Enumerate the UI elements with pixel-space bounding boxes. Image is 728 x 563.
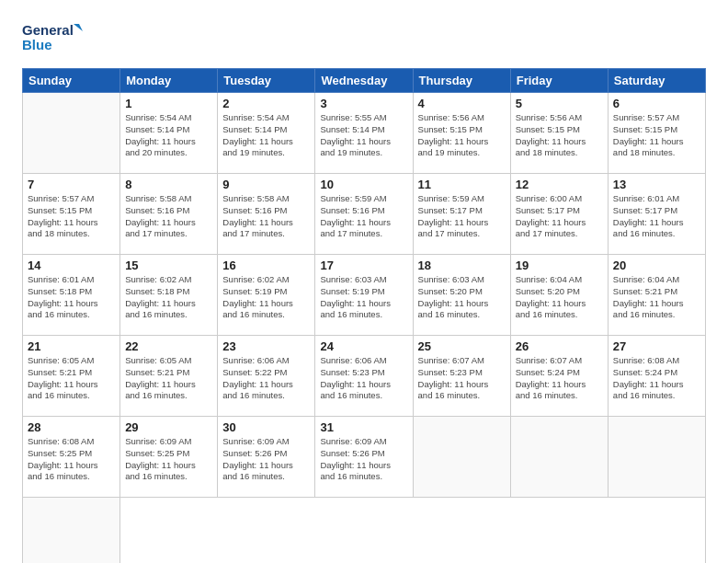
day-number: 20 bbox=[613, 259, 700, 272]
day-number: 5 bbox=[516, 97, 603, 110]
day-info: Sunrise: 6:04 AMSunset: 5:21 PMDaylight:… bbox=[613, 274, 700, 321]
day-info: Sunrise: 5:55 AMSunset: 5:14 PMDaylight:… bbox=[320, 112, 407, 159]
weekday-header-row: SundayMondayTuesdayWednesdayThursdayFrid… bbox=[23, 69, 706, 93]
day-number: 21 bbox=[28, 339, 115, 353]
day-number: 30 bbox=[222, 420, 310, 434]
calendar-day-empty bbox=[413, 417, 510, 498]
weekday-header-friday: Friday bbox=[510, 69, 608, 93]
day-number: 16 bbox=[222, 259, 310, 272]
day-info: Sunrise: 6:03 AMSunset: 5:20 PMDaylight:… bbox=[418, 274, 506, 321]
day-number: 6 bbox=[613, 97, 700, 110]
day-number: 8 bbox=[125, 178, 212, 191]
day-number: 24 bbox=[320, 339, 407, 353]
calendar-day-17: 17Sunrise: 6:03 AMSunset: 5:19 PMDayligh… bbox=[315, 255, 413, 336]
calendar-day-22: 22Sunrise: 6:05 AMSunset: 5:21 PMDayligh… bbox=[120, 336, 218, 417]
day-number: 23 bbox=[222, 339, 310, 353]
day-number: 9 bbox=[222, 178, 310, 191]
calendar-day-empty bbox=[510, 417, 608, 498]
day-number: 4 bbox=[418, 97, 506, 110]
calendar-day-empty bbox=[23, 498, 120, 564]
calendar-day-5: 5Sunrise: 5:56 AMSunset: 5:15 PMDaylight… bbox=[510, 93, 608, 174]
day-info: Sunrise: 6:07 AMSunset: 5:23 PMDaylight:… bbox=[418, 355, 506, 402]
calendar-day-18: 18Sunrise: 6:03 AMSunset: 5:20 PMDayligh… bbox=[413, 255, 510, 336]
calendar-day-15: 15Sunrise: 6:02 AMSunset: 5:18 PMDayligh… bbox=[120, 255, 218, 336]
calendar-row-2: 14Sunrise: 6:01 AMSunset: 5:18 PMDayligh… bbox=[23, 255, 706, 336]
day-info: Sunrise: 6:06 AMSunset: 5:23 PMDaylight:… bbox=[320, 355, 407, 402]
calendar-day-4: 4Sunrise: 5:56 AMSunset: 5:15 PMDaylight… bbox=[413, 93, 510, 174]
day-info: Sunrise: 6:05 AMSunset: 5:21 PMDaylight:… bbox=[125, 355, 212, 402]
day-number: 31 bbox=[320, 420, 407, 434]
calendar-day-29: 29Sunrise: 6:09 AMSunset: 5:25 PMDayligh… bbox=[120, 417, 218, 498]
calendar-day-empty bbox=[608, 417, 705, 498]
calendar-day-3: 3Sunrise: 5:55 AMSunset: 5:14 PMDaylight… bbox=[315, 93, 413, 174]
day-info: Sunrise: 5:58 AMSunset: 5:16 PMDaylight:… bbox=[222, 193, 310, 240]
calendar-day-8: 8Sunrise: 5:58 AMSunset: 5:16 PMDaylight… bbox=[120, 174, 218, 255]
day-number: 13 bbox=[613, 178, 700, 191]
day-info: Sunrise: 5:57 AMSunset: 5:15 PMDaylight:… bbox=[28, 193, 115, 240]
day-number: 26 bbox=[516, 339, 603, 353]
calendar-row-0: 1Sunrise: 5:54 AMSunset: 5:14 PMDaylight… bbox=[23, 93, 706, 174]
day-info: Sunrise: 5:57 AMSunset: 5:15 PMDaylight:… bbox=[613, 112, 700, 159]
day-info: Sunrise: 5:59 AMSunset: 5:16 PMDaylight:… bbox=[320, 193, 407, 240]
calendar-day-26: 26Sunrise: 6:07 AMSunset: 5:24 PMDayligh… bbox=[510, 336, 608, 417]
day-info: Sunrise: 6:03 AMSunset: 5:19 PMDaylight:… bbox=[320, 274, 407, 321]
page: General Blue SundayMondayTuesdayWednesda… bbox=[0, 0, 728, 563]
calendar-day-6: 6Sunrise: 5:57 AMSunset: 5:15 PMDaylight… bbox=[608, 93, 705, 174]
svg-text:Blue: Blue bbox=[22, 37, 52, 52]
calendar-row-5 bbox=[23, 498, 706, 564]
day-number: 1 bbox=[125, 97, 212, 110]
day-number: 17 bbox=[320, 259, 407, 272]
logo-svg: General Blue bbox=[22, 18, 86, 59]
calendar-day-30: 30Sunrise: 6:09 AMSunset: 5:26 PMDayligh… bbox=[218, 417, 315, 498]
day-number: 22 bbox=[125, 339, 212, 353]
calendar-day-2: 2Sunrise: 5:54 AMSunset: 5:14 PMDaylight… bbox=[218, 93, 315, 174]
day-number: 11 bbox=[418, 178, 506, 191]
logo: General Blue bbox=[22, 18, 86, 59]
day-number: 25 bbox=[418, 339, 506, 353]
svg-marker-2 bbox=[74, 24, 83, 31]
day-info: Sunrise: 6:09 AMSunset: 5:26 PMDaylight:… bbox=[222, 436, 310, 483]
day-number: 29 bbox=[125, 420, 212, 434]
svg-text:General: General bbox=[22, 22, 74, 38]
calendar-day-21: 21Sunrise: 6:05 AMSunset: 5:21 PMDayligh… bbox=[23, 336, 120, 417]
day-info: Sunrise: 6:04 AMSunset: 5:20 PMDaylight:… bbox=[516, 274, 603, 321]
day-number: 10 bbox=[320, 178, 407, 191]
calendar-day-20: 20Sunrise: 6:04 AMSunset: 5:21 PMDayligh… bbox=[608, 255, 705, 336]
day-info: Sunrise: 5:56 AMSunset: 5:15 PMDaylight:… bbox=[418, 112, 506, 159]
day-info: Sunrise: 6:05 AMSunset: 5:21 PMDaylight:… bbox=[28, 355, 115, 402]
day-info: Sunrise: 5:54 AMSunset: 5:14 PMDaylight:… bbox=[125, 112, 212, 159]
calendar-day-12: 12Sunrise: 6:00 AMSunset: 5:17 PMDayligh… bbox=[510, 174, 608, 255]
calendar-row-4: 28Sunrise: 6:08 AMSunset: 5:25 PMDayligh… bbox=[23, 417, 706, 498]
weekday-header-wednesday: Wednesday bbox=[315, 69, 413, 93]
day-info: Sunrise: 5:54 AMSunset: 5:14 PMDaylight:… bbox=[222, 112, 310, 159]
day-info: Sunrise: 6:08 AMSunset: 5:24 PMDaylight:… bbox=[613, 355, 700, 402]
weekday-header-thursday: Thursday bbox=[413, 69, 510, 93]
day-number: 18 bbox=[418, 259, 506, 272]
calendar-day-7: 7Sunrise: 5:57 AMSunset: 5:15 PMDaylight… bbox=[23, 174, 120, 255]
calendar-day-25: 25Sunrise: 6:07 AMSunset: 5:23 PMDayligh… bbox=[413, 336, 510, 417]
calendar-day-19: 19Sunrise: 6:04 AMSunset: 5:20 PMDayligh… bbox=[510, 255, 608, 336]
calendar-day-11: 11Sunrise: 5:59 AMSunset: 5:17 PMDayligh… bbox=[413, 174, 510, 255]
day-number: 7 bbox=[28, 178, 115, 191]
weekday-header-sunday: Sunday bbox=[23, 69, 120, 93]
weekday-header-saturday: Saturday bbox=[608, 69, 705, 93]
day-info: Sunrise: 5:59 AMSunset: 5:17 PMDaylight:… bbox=[418, 193, 506, 240]
calendar-day-24: 24Sunrise: 6:06 AMSunset: 5:23 PMDayligh… bbox=[315, 336, 413, 417]
calendar-day-28: 28Sunrise: 6:08 AMSunset: 5:25 PMDayligh… bbox=[23, 417, 120, 498]
day-info: Sunrise: 6:06 AMSunset: 5:22 PMDaylight:… bbox=[222, 355, 310, 402]
calendar-table: SundayMondayTuesdayWednesdayThursdayFrid… bbox=[22, 68, 706, 563]
calendar-day-14: 14Sunrise: 6:01 AMSunset: 5:18 PMDayligh… bbox=[23, 255, 120, 336]
day-info: Sunrise: 6:09 AMSunset: 5:25 PMDaylight:… bbox=[125, 436, 212, 483]
day-number: 28 bbox=[28, 420, 115, 434]
calendar-day-23: 23Sunrise: 6:06 AMSunset: 5:22 PMDayligh… bbox=[218, 336, 315, 417]
calendar-day-1: 1Sunrise: 5:54 AMSunset: 5:14 PMDaylight… bbox=[120, 93, 218, 174]
calendar-day-27: 27Sunrise: 6:08 AMSunset: 5:24 PMDayligh… bbox=[608, 336, 705, 417]
day-info: Sunrise: 6:08 AMSunset: 5:25 PMDaylight:… bbox=[28, 436, 115, 483]
header: General Blue bbox=[22, 18, 706, 59]
day-info: Sunrise: 6:01 AMSunset: 5:18 PMDaylight:… bbox=[28, 274, 115, 321]
day-info: Sunrise: 6:01 AMSunset: 5:17 PMDaylight:… bbox=[613, 193, 700, 240]
calendar-day-31: 31Sunrise: 6:09 AMSunset: 5:26 PMDayligh… bbox=[315, 417, 413, 498]
calendar-day-13: 13Sunrise: 6:01 AMSunset: 5:17 PMDayligh… bbox=[608, 174, 705, 255]
day-number: 12 bbox=[516, 178, 603, 191]
day-info: Sunrise: 6:02 AMSunset: 5:19 PMDaylight:… bbox=[222, 274, 310, 321]
